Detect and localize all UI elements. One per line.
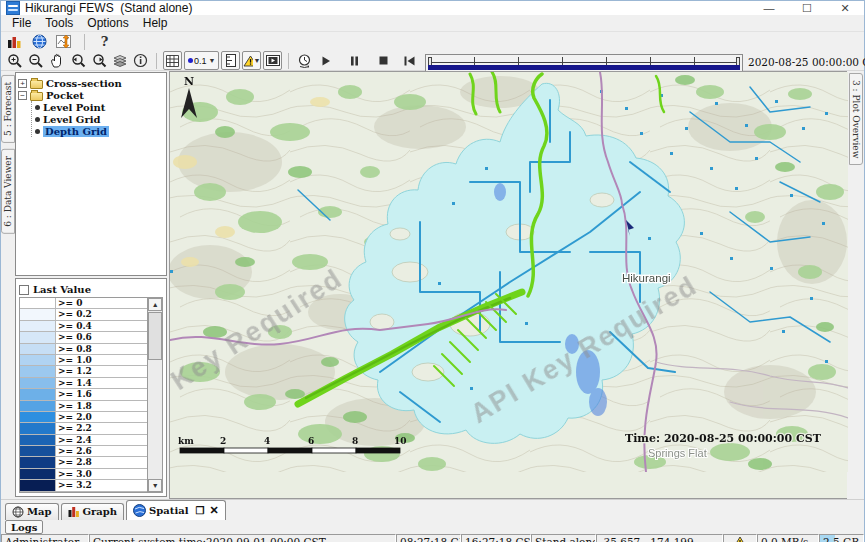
right-tab-strip: 3 : Plot Overview bbox=[847, 71, 864, 499]
legend-table: >= 0 >= 0.2 >= 0.4 >= 0.6 >= 0.8 bbox=[20, 298, 147, 492]
tree-label: Level Point bbox=[43, 102, 105, 113]
bullet-icon bbox=[35, 105, 40, 110]
timeseries-display-icon[interactable] bbox=[55, 32, 74, 51]
legend-row-label: >= 1.2 bbox=[56, 366, 147, 376]
legend-color-swatch bbox=[20, 469, 56, 479]
warning-icon bbox=[733, 536, 747, 542]
help-button[interactable]: ? bbox=[95, 32, 114, 51]
animation-panel-button[interactable] bbox=[263, 51, 282, 70]
tree-label: Pocket bbox=[46, 90, 84, 101]
legend-row-label: >= 2.2 bbox=[56, 423, 147, 433]
folder-icon bbox=[30, 80, 43, 89]
legend-color-swatch bbox=[20, 457, 56, 467]
legend-row: >= 3.2 bbox=[20, 480, 147, 491]
tree-label: Level Grid bbox=[43, 114, 100, 125]
info-icon[interactable] bbox=[131, 51, 150, 70]
time-slider[interactable] bbox=[425, 54, 743, 72]
tree-node-level-grid[interactable]: Level Grid bbox=[35, 113, 164, 125]
tree-node-level-point[interactable]: Level Point bbox=[35, 101, 164, 113]
legend-row: >= 2.4 bbox=[20, 435, 147, 446]
grid-display-button[interactable] bbox=[163, 51, 182, 70]
tree-node-pocket[interactable]: − Pocket bbox=[18, 89, 164, 101]
last-value-row[interactable]: Last Value bbox=[19, 282, 163, 297]
maximize-button[interactable]: ☐ bbox=[788, 1, 826, 15]
classbreaks-button[interactable]: 0.1 ▼ bbox=[184, 51, 219, 70]
last-value-checkbox[interactable] bbox=[19, 285, 29, 295]
play-button[interactable] bbox=[316, 51, 335, 70]
legend-row-label: >= 0.8 bbox=[56, 344, 147, 354]
tab-spatial[interactable]: Spatial ❐ ✕ bbox=[126, 500, 226, 520]
close-tab-icon[interactable]: ✕ bbox=[209, 504, 218, 517]
legend-row: >= 0.6 bbox=[20, 332, 147, 343]
scroll-down-icon[interactable]: ▼ bbox=[148, 479, 162, 492]
timer-icon[interactable] bbox=[295, 51, 314, 70]
menu-options[interactable]: Options bbox=[80, 15, 135, 31]
legend-panel: Last Value >= 0 >= 0.2 >= 0.4 bbox=[15, 278, 167, 497]
tab-map[interactable]: Map bbox=[5, 503, 59, 520]
toolbar-separator bbox=[156, 53, 157, 69]
bullet-icon bbox=[35, 117, 40, 122]
menu-tools[interactable]: Tools bbox=[38, 15, 80, 31]
map-globe-icon[interactable] bbox=[30, 32, 49, 51]
legend-scrollbar[interactable]: ▲ ▼ bbox=[147, 298, 162, 492]
legend-row: >= 1.0 bbox=[20, 355, 147, 366]
map-canvas[interactable]: API Key Required API Key Required Hikura… bbox=[170, 72, 848, 472]
ruler-button[interactable] bbox=[221, 51, 240, 70]
legend-row-label: >= 2.4 bbox=[56, 435, 147, 445]
menu-bar: File Tools Options Help bbox=[1, 15, 864, 32]
scale-tick: 2 bbox=[220, 436, 226, 446]
menu-help[interactable]: Help bbox=[136, 15, 175, 31]
stop-button[interactable] bbox=[374, 51, 393, 70]
pause-button[interactable] bbox=[345, 51, 364, 70]
status-mode: Stand alone bbox=[531, 534, 596, 542]
legend-row-label: >= 0.4 bbox=[56, 321, 147, 331]
legend-color-swatch bbox=[20, 355, 56, 365]
menu-file[interactable]: File bbox=[5, 15, 38, 31]
tab-graph[interactable]: Graph bbox=[61, 503, 125, 520]
tree-node-depth-grid[interactable]: Depth Grid bbox=[35, 125, 164, 137]
legend-color-swatch bbox=[20, 344, 56, 354]
time-slider-range-bar[interactable] bbox=[428, 65, 740, 70]
skip-to-start-button[interactable] bbox=[400, 51, 419, 70]
zoom-previous-icon[interactable] bbox=[68, 51, 87, 70]
tab-forecast[interactable]: 5 : Forecast bbox=[1, 75, 15, 143]
maximize-tab-icon[interactable]: ❐ bbox=[196, 505, 205, 516]
legend-row-label: >= 1.4 bbox=[56, 378, 147, 388]
status-system-time: Current system time:2020-09-01 00:00 CST bbox=[89, 534, 396, 542]
legend-row-label: >= 1.0 bbox=[56, 355, 147, 365]
pan-hand-icon[interactable] bbox=[47, 51, 66, 70]
close-button[interactable]: ✕ bbox=[826, 1, 864, 15]
scale-tick: 10 bbox=[394, 436, 407, 446]
classbreak-value: 0.1 bbox=[194, 56, 207, 66]
legend-color-swatch bbox=[20, 378, 56, 388]
legend-color-swatch bbox=[20, 366, 56, 376]
layers-icon[interactable] bbox=[110, 51, 129, 70]
map-time-label: Time: 2020-08-25 00:00:00 CST bbox=[625, 432, 822, 445]
warnings-button[interactable]: ▼ bbox=[242, 51, 261, 70]
layer-tree[interactable]: + Cross-section − Pocket Level Point bbox=[15, 72, 167, 276]
tab-data-viewer[interactable]: 6 : Data Viewer bbox=[1, 149, 15, 234]
zoom-out-icon[interactable] bbox=[26, 51, 45, 70]
tab-plot-overview[interactable]: 3 : Plot Overview bbox=[849, 73, 863, 165]
legend-row-label: >= 1.6 bbox=[56, 389, 147, 399]
zoom-next-icon[interactable] bbox=[89, 51, 108, 70]
app-window: Hikurangi FEWS (Stand alone) — ☐ ✕ File … bbox=[0, 0, 865, 542]
scroll-thumb[interactable] bbox=[148, 312, 162, 360]
town-label: Hikurangi bbox=[622, 272, 671, 284]
tree-children: Level Point Level Grid Depth Grid bbox=[31, 101, 164, 137]
tree-node-cross-section[interactable]: + Cross-section bbox=[18, 77, 164, 89]
scale-tick: 6 bbox=[308, 436, 314, 446]
zoom-in-icon[interactable] bbox=[5, 51, 24, 70]
map-view[interactable]: API Key Required API Key Required Hikura… bbox=[169, 71, 847, 499]
database-chart-icon[interactable] bbox=[5, 32, 24, 51]
tab-graph-label: Graph bbox=[83, 506, 118, 517]
status-gmt-time: 08:27:18 GMT bbox=[396, 534, 461, 542]
logs-button[interactable]: Logs bbox=[5, 520, 43, 534]
status-warning[interactable] bbox=[723, 534, 757, 542]
scroll-up-icon[interactable]: ▲ bbox=[148, 298, 162, 311]
minimize-button[interactable]: — bbox=[750, 1, 788, 15]
status-transfer-speed: 0.0 MB/s bbox=[757, 534, 819, 542]
collapse-icon[interactable]: − bbox=[18, 91, 27, 100]
tab-map-label: Map bbox=[27, 506, 52, 517]
expand-icon[interactable]: + bbox=[18, 79, 27, 88]
